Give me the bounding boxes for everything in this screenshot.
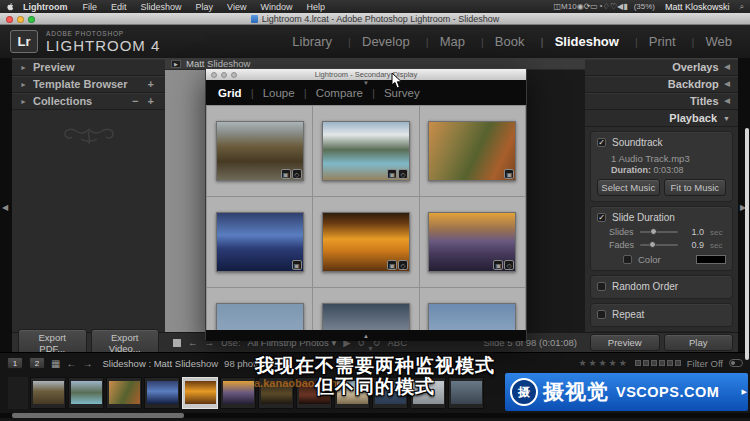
secondary-window-bottom-bar[interactable]: ▲ xyxy=(206,330,526,341)
grid-view-icon[interactable]: ▦ xyxy=(51,358,60,369)
filmstrip-thumbnail-canyon-sunset[interactable] xyxy=(220,377,256,409)
grid-cell-canyon-arch-glow[interactable]: ▣ ◇ xyxy=(313,197,418,287)
filmstrip-thumbnail-gray-landscape[interactable] xyxy=(448,377,484,409)
grid-cell-sky-photo-3[interactable] xyxy=(420,288,525,330)
color-label-chip[interactable] xyxy=(635,360,641,366)
zoom-button[interactable] xyxy=(231,72,237,78)
module-tab[interactable]: Library xyxy=(284,34,340,49)
right-panel-section[interactable]: Backdrop ◀ xyxy=(585,76,738,93)
photo-thumbnail[interactable] xyxy=(428,303,516,330)
slide-duration-checkbox[interactable]: ✓ xyxy=(597,213,606,222)
status-icon-display-icon[interactable]: ▭ xyxy=(590,2,598,11)
menu-item[interactable]: File xyxy=(76,2,105,12)
module-tab[interactable]: Develop xyxy=(340,34,418,49)
filmstrip-thumbnail-canyon-arch-glow[interactable] xyxy=(182,377,218,409)
keyword-badge-icon[interactable]: ◇ xyxy=(504,260,514,270)
photo-thumbnail[interactable]: ▣ xyxy=(216,212,304,272)
filmstrip-thumbnail-mountain-lake[interactable] xyxy=(68,377,104,409)
select-music-button[interactable]: Select Music xyxy=(597,179,660,196)
fades-slider[interactable] xyxy=(640,244,678,246)
filmstrip-breadcrumb[interactable]: Slideshow : Matt Slideshow xyxy=(102,358,218,369)
photo-thumbnail[interactable] xyxy=(322,303,410,330)
slides-slider[interactable] xyxy=(640,231,678,233)
filter-toggle-icon[interactable] xyxy=(729,359,743,367)
menu-item[interactable]: Window xyxy=(253,2,299,12)
zoom-window-button[interactable] xyxy=(28,16,35,23)
status-icon-video-display-icon[interactable]: ◫ xyxy=(554,2,562,11)
grid-cell-canyon-sunset[interactable]: ▣ ◇ xyxy=(420,197,525,287)
monitor-2-button[interactable]: 2 xyxy=(29,357,45,369)
photo-thumbnail[interactable]: ▣ xyxy=(428,121,516,181)
stop-square-icon[interactable] xyxy=(173,339,181,347)
section-controls[interactable]: − + xyxy=(132,95,157,107)
left-panel-section[interactable]: ► Template Browser + xyxy=(12,76,165,93)
right-panel-scrollbar[interactable] xyxy=(745,128,749,360)
status-icon-heart-icon[interactable]: ♡ xyxy=(610,2,617,11)
filmstrip-thumbnail-twilight-harbor[interactable] xyxy=(144,377,180,409)
status-icon-green-status-icon[interactable]: ◉ xyxy=(577,2,584,11)
left-panel-section[interactable]: ► Preview xyxy=(12,59,165,76)
left-panel-collapse-strip[interactable]: ◀ xyxy=(0,58,12,352)
collapse-arrow-icon[interactable]: ▼ xyxy=(363,80,369,86)
filmstrip-thumbnail-autumn-castle-reflection[interactable] xyxy=(30,377,66,409)
menu-item[interactable]: Edit xyxy=(104,2,134,12)
minimize-window-button[interactable] xyxy=(17,16,24,23)
close-window-button[interactable] xyxy=(6,16,13,23)
filmstrip-thumbnail-autumn-bridge-house[interactable] xyxy=(106,377,142,409)
module-tab[interactable]: Print xyxy=(627,34,684,49)
photo-thumbnail[interactable]: ▣ ◇ xyxy=(216,121,304,181)
menu-item[interactable]: View xyxy=(220,2,253,12)
module-tab[interactable]: Slideshow xyxy=(532,34,626,49)
color-label-chip[interactable] xyxy=(675,360,681,366)
grid-cell-autumn-castle-reflection[interactable]: ▣ ◇ xyxy=(207,106,312,196)
status-icon-meter-icon[interactable]: M10 xyxy=(561,2,577,11)
grid-cell-mountain-lake[interactable]: ▣ ◇ xyxy=(313,106,418,196)
photo-thumbnail[interactable] xyxy=(216,303,304,330)
preview-button[interactable]: Preview xyxy=(590,334,660,351)
color-label-chip[interactable] xyxy=(667,360,673,366)
close-button[interactable] xyxy=(211,72,217,78)
filmstrip-scrollbar-track[interactable] xyxy=(0,413,750,418)
color-checkbox[interactable] xyxy=(623,255,632,264)
filter-dropdown[interactable]: Filter Off xyxy=(687,358,723,369)
right-panel-section[interactable]: Titles ◀ xyxy=(585,93,738,110)
view-tab[interactable]: Loupe xyxy=(242,87,295,99)
view-tab[interactable]: Compare xyxy=(295,87,363,99)
module-tab[interactable]: Web xyxy=(684,34,740,49)
minimize-button[interactable] xyxy=(221,72,227,78)
keyword-badge-icon[interactable]: ◇ xyxy=(398,260,408,270)
grid-cell-sky-photo-1[interactable] xyxy=(207,288,312,330)
right-panel-section[interactable]: Overlays ◀ xyxy=(585,59,738,76)
photo-thumbnail[interactable]: ▣ ◇ xyxy=(322,121,410,181)
color-swatch[interactable] xyxy=(696,255,726,264)
filmstrip-scrollbar-thumb[interactable] xyxy=(12,413,184,418)
module-tab[interactable]: Book xyxy=(473,34,533,49)
playback-section-header[interactable]: Playback ▼ xyxy=(585,110,738,127)
color-label-chip[interactable] xyxy=(659,360,665,366)
crop-badge-icon[interactable]: ▣ xyxy=(493,260,503,270)
color-label-chip[interactable] xyxy=(643,360,649,366)
left-panel-section[interactable]: ► Collections − + xyxy=(12,93,165,110)
menu-item[interactable]: Help xyxy=(299,2,332,12)
back-arrow-icon[interactable]: ← xyxy=(66,358,76,369)
section-controls[interactable]: + xyxy=(148,78,157,90)
fit-to-music-button[interactable]: Fit to Music xyxy=(664,179,727,196)
menu-item[interactable]: Play xyxy=(189,2,221,12)
view-tab[interactable]: Grid xyxy=(218,87,242,99)
color-label-chip[interactable] xyxy=(651,360,657,366)
repeat-checkbox[interactable] xyxy=(597,310,606,319)
grid-cell-autumn-bridge-house[interactable]: ▣ xyxy=(420,106,525,196)
menu-item[interactable]: Slideshow xyxy=(134,2,189,12)
audio-track-name[interactable]: 1 Audio Track.mp3 xyxy=(611,153,726,164)
photo-thumbnail[interactable]: ▣ ◇ xyxy=(428,212,516,272)
crop-badge-icon[interactable]: ▣ xyxy=(281,169,291,179)
menu-user-name[interactable]: Matt Kloskowski xyxy=(661,2,734,12)
toolbar-toggle-arrow-icon[interactable]: ▼ xyxy=(367,345,374,352)
module-tab[interactable]: Map xyxy=(418,34,473,49)
status-icon-battery-icon[interactable]: ▮ xyxy=(623,2,627,11)
photo-thumbnail[interactable]: ▣ ◇ xyxy=(322,212,410,272)
crop-badge-icon[interactable]: ▣ xyxy=(292,260,302,270)
apple-icon[interactable] xyxy=(6,2,15,11)
status-icon-bluetooth-icon[interactable]: ♢ xyxy=(603,2,610,11)
monitor-1-button[interactable]: 1 xyxy=(7,357,23,369)
